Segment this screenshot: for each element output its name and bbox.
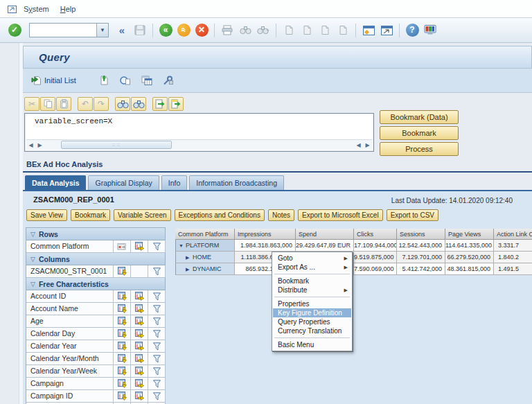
command-field[interactable]	[30, 24, 96, 36]
section-header-columns[interactable]: ▽Columns	[26, 253, 166, 265]
drill-across-icon[interactable]	[131, 390, 148, 403]
filter-icon[interactable]	[148, 240, 166, 253]
filter-icon[interactable]	[148, 303, 166, 315]
filter-icon[interactable]	[148, 328, 166, 340]
new-session-icon[interactable]	[360, 22, 377, 39]
expanded-icon[interactable]: ▼	[179, 240, 186, 252]
command-dropdown-icon[interactable]: ▼	[96, 24, 108, 37]
tab-information-broadcasting[interactable]: Information Broadcasting	[189, 175, 284, 190]
cut-button[interactable]: ✂	[24, 97, 39, 111]
tools-icon[interactable]	[160, 73, 177, 88]
swap-icon[interactable]	[114, 240, 131, 253]
scroll-right-icon[interactable]: ▶	[363, 141, 372, 150]
find-next-button[interactable]	[131, 97, 146, 111]
drill-across-icon[interactable]	[131, 290, 148, 303]
menu-item-export-as[interactable]: Export As ...▶	[273, 263, 351, 272]
drill-across-icon[interactable]	[131, 328, 148, 340]
filter-icon[interactable]	[148, 265, 166, 278]
drill-across-icon[interactable]	[131, 378, 148, 390]
drill-across-icon[interactable]	[131, 303, 148, 315]
find-icon[interactable]	[237, 22, 254, 39]
filter-icon[interactable]	[148, 365, 166, 378]
drill-down-icon[interactable]	[114, 365, 131, 378]
script-editor-content[interactable]: variable_screen=X	[35, 117, 112, 125]
collapsed-icon[interactable]: ▶	[186, 252, 193, 263]
tab-data-analysis[interactable]: Data Analysis	[25, 175, 86, 191]
column-header-action-link-cli[interactable]: Action Link Cli	[494, 229, 532, 240]
drill-down-icon[interactable]	[114, 340, 131, 353]
drill-down-icon[interactable]	[114, 290, 131, 303]
next-page-icon[interactable]	[317, 22, 333, 39]
import-button[interactable]	[152, 97, 168, 111]
collapse-icon[interactable]: «	[114, 22, 130, 39]
tab-graphical-display[interactable]: Graphical Display	[88, 175, 159, 190]
save-view-button[interactable]: Save View	[26, 209, 67, 221]
drill-across-icon[interactable]	[131, 240, 148, 253]
find-button[interactable]	[115, 97, 130, 111]
column-header-page-views[interactable]: Page Views	[445, 229, 494, 240]
menu-item-basic-menu[interactable]: Basic Menu	[273, 340, 351, 349]
export-to-csv-button[interactable]: Export to CSV	[387, 209, 438, 221]
bookmark-data-button[interactable]: Bookmark (Data)	[380, 110, 459, 124]
drill-down-icon[interactable]	[114, 353, 131, 365]
paste-button[interactable]	[56, 97, 71, 111]
drill-down-icon[interactable]	[114, 303, 131, 315]
drill-across-icon[interactable]	[131, 353, 148, 365]
menu-item-goto[interactable]: Goto▶	[273, 254, 351, 263]
gui-settings-icon[interactable]	[422, 22, 438, 39]
up-icon[interactable]: «	[175, 22, 192, 39]
collapsed-icon[interactable]: ▶	[186, 264, 193, 275]
bookmark-button[interactable]: Bookmark	[71, 209, 110, 221]
scroll-left-icon[interactable]: ◀	[354, 141, 363, 150]
notes-button[interactable]: Notes	[268, 209, 294, 221]
section-header-free-characteristics[interactable]: ▽Free Characteristics	[26, 278, 166, 290]
undo-button[interactable]: ↶	[78, 97, 93, 111]
column-header-spend[interactable]: Spend	[296, 229, 354, 240]
column-header-common-platform[interactable]: Common Platform	[175, 229, 235, 240]
drill-across-icon[interactable]	[131, 365, 148, 378]
collapse-triangle-icon[interactable]: ▽	[30, 231, 35, 238]
shortcut-icon[interactable]	[378, 22, 395, 39]
process-button[interactable]: Process	[380, 142, 459, 156]
section-header-rows[interactable]: ▽Rows	[26, 228, 166, 240]
filter-icon[interactable]	[148, 315, 166, 328]
redo-button[interactable]: ↷	[94, 97, 109, 111]
tables-icon[interactable]	[139, 73, 155, 88]
scroll-right-icon[interactable]: ▶	[35, 141, 44, 150]
drill-down-icon[interactable]	[114, 378, 131, 390]
save-icon[interactable]	[132, 22, 148, 39]
menu-item-system[interactable]: System	[18, 3, 55, 15]
collapse-triangle-icon[interactable]: ▽	[30, 281, 35, 288]
export-button[interactable]	[168, 97, 184, 111]
filter-icon[interactable]	[148, 378, 166, 390]
filter-icon[interactable]	[148, 353, 166, 365]
scroll-left-icon[interactable]: ◀	[26, 141, 35, 150]
menu-item-bookmark[interactable]: Bookmark	[273, 276, 351, 286]
column-header-sessions[interactable]: Sessions	[397, 229, 445, 240]
menu-item-currency-translation[interactable]: Currency Translation	[273, 326, 351, 335]
copy-button[interactable]	[40, 97, 55, 111]
drill-across-icon[interactable]	[131, 315, 148, 328]
exit-icon[interactable]: ✕	[193, 22, 210, 39]
window-menu-icon[interactable]	[7, 4, 18, 14]
column-header-clicks[interactable]: Clicks	[354, 229, 397, 240]
previous-page-icon[interactable]	[299, 22, 315, 39]
menu-item-query-properties[interactable]: Query Properties	[273, 317, 351, 326]
export-to-microsoft-excel-button[interactable]: Export to Microsoft Excel	[298, 209, 383, 221]
drill-down-icon[interactable]	[114, 265, 131, 278]
exceptions-and-conditions-button[interactable]: Exceptions and Conditions	[175, 209, 265, 221]
other-list-icon[interactable]	[96, 73, 112, 88]
back-icon[interactable]: «	[157, 22, 174, 39]
first-page-icon[interactable]	[281, 22, 297, 39]
variable-screen-button[interactable]: Variable Screen	[114, 209, 170, 221]
script-editor[interactable]: variable_screen=X ◀ ▶ ⁙⁙ ◀ ▶	[24, 113, 374, 152]
help-icon[interactable]: ?	[404, 22, 420, 39]
menu-item-properties[interactable]: Properties	[273, 299, 351, 308]
print-icon[interactable]	[219, 22, 236, 39]
menu-item-distribute[interactable]: Distribute▶	[273, 286, 351, 295]
drill-down-icon[interactable]	[114, 328, 131, 340]
filter-icon[interactable]	[148, 390, 166, 403]
collapse-triangle-icon[interactable]: ▽	[30, 256, 35, 263]
drill-across-icon[interactable]	[131, 340, 148, 353]
enter-icon[interactable]: ✓	[6, 22, 23, 39]
